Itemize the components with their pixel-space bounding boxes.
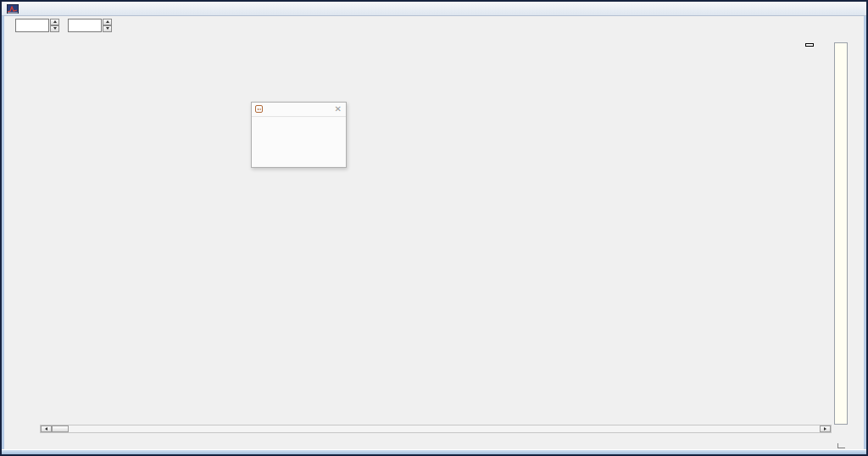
plot-range-spinbox xyxy=(68,19,112,32)
plot-top-spin-up[interactable] xyxy=(50,19,59,25)
up-arrow-icon xyxy=(53,20,57,23)
scrollbar-thumb[interactable] xyxy=(52,425,69,432)
thd-window-icon xyxy=(255,105,263,113)
app-icon xyxy=(7,4,19,14)
window-border-bottom xyxy=(2,449,866,454)
thd-window[interactable]: ✕ xyxy=(251,102,347,168)
chart-area: ✕ xyxy=(4,34,864,449)
down-arrow-icon xyxy=(106,27,109,30)
plot-range-spin-down[interactable] xyxy=(103,25,112,32)
plot-top-spin-down[interactable] xyxy=(50,25,59,32)
plot-top-spinbox xyxy=(15,19,59,32)
down-arrow-icon xyxy=(53,27,57,30)
phs-badge xyxy=(806,44,813,46)
resize-grip[interactable] xyxy=(837,443,845,448)
titlebar[interactable] xyxy=(2,2,866,16)
plot-range-input[interactable] xyxy=(68,19,102,32)
horizontal-scrollbar[interactable] xyxy=(40,425,832,433)
up-arrow-icon xyxy=(106,20,109,23)
plot-top-input[interactable] xyxy=(15,19,49,32)
close-icon[interactable]: ✕ xyxy=(335,104,342,114)
scrollbar-right-button[interactable] xyxy=(820,425,831,432)
toolbar xyxy=(4,16,864,34)
right-arrow-icon xyxy=(824,427,826,431)
spectrum-plot[interactable] xyxy=(4,34,864,449)
spectrum-window: ✕ xyxy=(0,0,868,456)
scrollbar-left-button[interactable] xyxy=(41,425,52,432)
power-meter xyxy=(834,42,848,425)
window-border-right xyxy=(864,16,866,449)
left-arrow-icon xyxy=(45,427,47,431)
thd-window-titlebar[interactable]: ✕ xyxy=(252,103,346,117)
window-border-left xyxy=(2,16,4,449)
plot-range-spin-up[interactable] xyxy=(103,19,112,25)
